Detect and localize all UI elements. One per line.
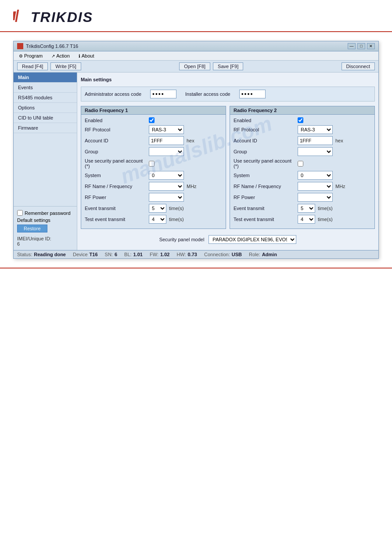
rf1-event-select[interactable]: 5: [149, 204, 166, 213]
about-icon: ℹ: [79, 54, 80, 58]
rf2-protocol-select[interactable]: RAS-3: [298, 125, 333, 134]
device-value: T16: [90, 252, 98, 257]
rf1-protocol-select[interactable]: RAS-3: [149, 125, 184, 134]
open-button[interactable]: Open [F8]: [179, 62, 210, 70]
rf2-rfpower-label: RF Power: [234, 195, 295, 200]
rf1-rfpower-row: RF Power: [85, 193, 222, 202]
rf1-account-input[interactable]: [149, 136, 184, 145]
rf2-account-input[interactable]: [298, 136, 333, 145]
rf1-account-label: Account ID: [85, 138, 146, 143]
sidebar-footer: Remember password Default settings Resto…: [14, 206, 77, 250]
menu-program-label: Program: [24, 53, 43, 58]
panel-model-label: Security panel model: [159, 237, 205, 242]
menu-program[interactable]: ⚙ Program: [17, 52, 44, 59]
rf2-event-select[interactable]: 5: [298, 204, 315, 213]
rf2-security-checkbox[interactable]: [298, 161, 303, 167]
status-role: Role: Admin: [249, 252, 277, 257]
connection-label: Connection:: [204, 252, 230, 257]
admin-access-input[interactable]: [150, 90, 176, 98]
rf1-system-select[interactable]: 0: [149, 171, 184, 180]
rf2-event-label: Event transmit: [234, 206, 295, 211]
rf2-system-row: System 0: [234, 171, 371, 180]
panel-model-select[interactable]: PARADOX DIGIPLEX NE96, EVO96: [209, 235, 296, 244]
menu-action[interactable]: ↗ Action: [50, 52, 72, 59]
rf2-rfname-select[interactable]: [298, 182, 333, 191]
rf1-test-select[interactable]: 4: [149, 215, 166, 224]
logo-text: TRIKDIS: [31, 9, 93, 25]
rf-sections: Radio Frequency 1 Enabled RF Protocol RA…: [81, 106, 375, 229]
write-button[interactable]: Write [F5]: [50, 62, 81, 70]
rf2-test-select[interactable]: 4: [298, 215, 315, 224]
read-button[interactable]: Read [F4]: [17, 62, 48, 70]
sn-label: SN:: [105, 252, 113, 257]
rf2-content: Enabled RF Protocol RAS-3 Account ID: [230, 115, 374, 229]
hw-label: HW:: [176, 252, 186, 257]
rf1-group-label: Group: [85, 149, 146, 154]
minimize-button[interactable]: —: [348, 43, 356, 49]
rf2-event-row: Event transmit 5 time(s): [234, 204, 371, 213]
app-window: TrikdisConfig 1.66.7 T16 — □ ✕ ⚙ Program…: [13, 41, 379, 259]
bl-label: BL:: [124, 252, 132, 257]
sidebar: Main Events RS485 modules Options CID to…: [14, 73, 77, 250]
disconnect-button[interactable]: Disconnect: [342, 62, 375, 70]
rf1-title: Radio Frequency 1: [81, 106, 226, 115]
title-bar-left: TrikdisConfig 1.66.7 T16: [17, 43, 78, 49]
rf2-rfpower-select[interactable]: [298, 193, 333, 202]
rf1-rfpower-label: RF Power: [85, 195, 146, 200]
sidebar-item-options[interactable]: Options: [14, 103, 77, 113]
restore-button[interactable]: Restore: [17, 225, 47, 232]
sidebar-item-cid[interactable]: CID to UNI table: [14, 113, 77, 123]
rf2-system-select[interactable]: 0: [298, 171, 333, 180]
rf2-enabled-checkbox[interactable]: [298, 117, 303, 123]
default-settings-label: Default settings: [17, 218, 73, 223]
rf1-event-unit: time(s): [169, 206, 184, 211]
rf1-group-row: Group: [85, 147, 222, 156]
sidebar-item-events[interactable]: Events: [14, 83, 77, 93]
maximize-button[interactable]: □: [357, 43, 365, 49]
rf1-protocol-row: RF Protocol RAS-3: [85, 125, 222, 134]
rf2-system-label: System: [234, 173, 295, 178]
fw-value: 1.02: [160, 252, 169, 257]
admin-access-label: Administrator access code: [85, 91, 141, 97]
remember-password-label: Remember password: [25, 210, 71, 216]
rf1-enabled-label: Enabled: [85, 118, 146, 123]
close-button[interactable]: ✕: [367, 43, 375, 49]
rf1-content: Enabled RF Protocol RAS-3 Account ID: [81, 115, 226, 229]
menu-about-label: About: [82, 53, 94, 58]
rf1-security-checkbox[interactable]: [149, 161, 155, 167]
rf1-rfname-unit: MHz: [187, 184, 197, 189]
rf2-security-row: Use security panel account (*): [234, 158, 371, 169]
hw-value: 0.73: [188, 252, 197, 257]
page-footer: [0, 268, 392, 277]
rf2-group-select[interactable]: [298, 147, 333, 156]
rf1-event-label: Event transmit: [85, 206, 146, 211]
rf2-protocol-label: RF Protocol: [234, 127, 295, 132]
rf1-protocol-label: RF Protocol: [85, 127, 146, 132]
remember-password-checkbox[interactable]: [17, 210, 23, 216]
status-value: Reading done: [34, 252, 66, 257]
status-reading: Status: Reading done: [17, 252, 66, 257]
installer-access-input[interactable]: [239, 90, 266, 98]
role-label: Role:: [249, 252, 260, 257]
rf1-rfname-select[interactable]: [149, 182, 184, 191]
rf1-enabled-checkbox[interactable]: [149, 117, 155, 123]
sidebar-item-rs485[interactable]: RS485 modules: [14, 93, 77, 103]
rf2-event-unit: time(s): [318, 206, 333, 211]
rf1-account-row: Account ID hex: [85, 136, 222, 145]
rf1-rfpower-select[interactable]: [149, 193, 184, 202]
rf1-group-select[interactable]: [149, 147, 184, 156]
rf1-rfname-label: RF Name / Frequency: [85, 184, 146, 189]
title-bar: TrikdisConfig 1.66.7 T16 — □ ✕: [14, 41, 378, 51]
rf1-section: Radio Frequency 1 Enabled RF Protocol RA…: [81, 106, 226, 229]
menu-about[interactable]: ℹ About: [77, 52, 96, 59]
imei-value: 6: [17, 241, 73, 247]
sidebar-item-firmware[interactable]: Firmware: [14, 123, 77, 133]
rf2-test-row: Test event transmit 4 time(s): [234, 215, 371, 224]
rf2-group-label: Group: [234, 149, 295, 154]
remember-row: Remember password: [17, 210, 73, 216]
rf2-rfname-unit: MHz: [335, 184, 345, 189]
sidebar-item-main[interactable]: Main: [14, 73, 77, 83]
rf2-title: Radio Frequency 2: [230, 106, 374, 115]
rf2-rfpower-row: RF Power: [234, 193, 371, 202]
save-button[interactable]: Save [F9]: [213, 62, 243, 70]
